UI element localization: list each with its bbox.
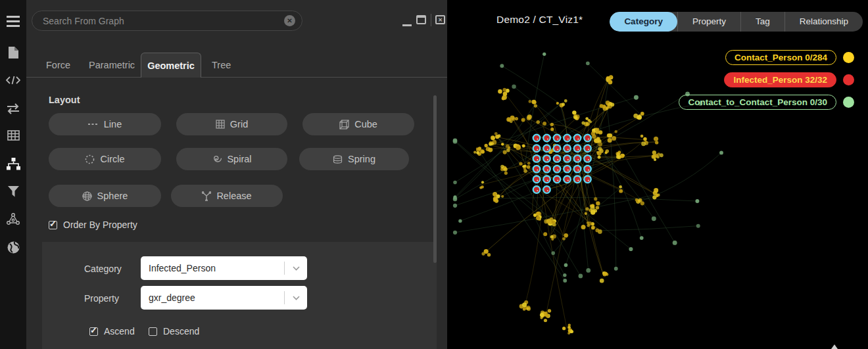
property-label: Property [84,293,119,304]
cube-icon [339,120,349,129]
table-icon[interactable] [0,124,26,147]
property-value: gxr_degree [149,292,284,303]
spiral-icon [212,154,222,164]
ascend-label: Ascend [104,326,135,337]
descend-checkbox[interactable]: Descend [149,326,199,337]
order-by-property-checkbox[interactable]: Order By Property [49,220,137,230]
hierarchy-icon[interactable] [0,152,26,175]
spring-icon [333,155,343,164]
grid-button[interactable]: Grid [176,113,287,135]
release-icon [202,191,211,201]
popout-icon[interactable]: ✕ [435,15,445,24]
cube-button[interactable]: Cube [302,113,414,135]
layout-tabs: Force Parametric Geometric Tree [26,53,447,78]
category-legend: Contact_Person 0/284 Infected_Person 32/… [679,50,854,110]
legend-row: Infected_Person 32/32 [724,72,854,87]
category-dropdown[interactable]: Infected_Person [141,256,307,280]
legend-mode-tabs: Category Property Tag Relationship [610,12,863,32]
transform-arrows-icon[interactable] [0,97,26,120]
tab-force[interactable]: Force [46,53,70,78]
minimize-icon[interactable] [402,24,412,26]
legend-pill-infected-person[interactable]: Infected_Person 32/32 [724,72,836,87]
legend-row: Contact_Person 0/284 [725,50,854,65]
icon-rail [0,0,26,349]
ascend-checkbox[interactable]: Ascend [89,326,135,337]
tab-category[interactable]: Category [610,12,677,32]
sphere-button[interactable]: Sphere [49,185,161,207]
circle-button[interactable]: Circle [49,148,161,170]
legend-color-dot[interactable] [843,52,854,63]
panel-scrollbar[interactable] [433,95,437,263]
tab-relationship[interactable]: Relationship [784,12,863,32]
sphere-icon [82,191,92,201]
filter-icon[interactable] [0,180,26,202]
property-dropdown[interactable]: gxr_degree [141,286,307,310]
menu-icon[interactable] [0,10,26,32]
graph-canvas[interactable]: Demo2 / CT_Viz1* Category Property Tag R… [447,0,868,349]
layout-panel: ✕ ✕ Force Parametric Geometric Tree Layo… [26,0,447,349]
legend-pill-contact-to-contact[interactable]: Contact_to_Contact_Person 0/30 [679,95,836,110]
spiral-button[interactable]: Spiral [176,148,287,170]
tab-tree[interactable]: Tree [212,53,231,78]
category-label: Category [84,264,122,274]
search-input[interactable] [43,16,284,26]
search-box: ✕ [32,11,302,31]
grid-icon [216,120,225,129]
graphxr-app: ✕ ✕ Force Parametric Geometric Tree Layo… [0,0,868,349]
restore-icon[interactable] [416,15,426,24]
chevron-down-icon[interactable] [285,296,307,300]
layout-heading: Layout [49,95,80,105]
code-icon[interactable] [0,69,26,91]
tab-property[interactable]: Property [677,12,740,32]
tab-parametric[interactable]: Parametric [89,53,135,78]
category-value: Infected_Person [149,263,284,273]
control-divider [431,14,431,26]
circle-icon [85,154,95,164]
legend-color-dot[interactable] [843,97,854,108]
chevron-down-icon[interactable] [285,266,307,271]
network-icon[interactable] [0,208,26,230]
release-button[interactable]: Release [171,185,283,207]
project-title[interactable]: Demo2 / CT_Viz1* [496,14,583,26]
tab-tag[interactable]: Tag [740,12,784,32]
line-icon [88,123,99,126]
checkbox-icon[interactable] [89,327,98,336]
clear-search-icon[interactable]: ✕ [284,15,295,26]
checkbox-icon[interactable] [149,327,157,336]
legend-row: Contact_to_Contact_Person 0/30 [679,95,854,110]
line-button[interactable]: Line [49,113,161,135]
legend-color-dot[interactable] [843,74,854,85]
descend-label: Descend [163,326,199,337]
order-settings-section: Category Infected_Person Property gxr_de… [42,242,437,349]
globe-icon[interactable] [0,236,26,258]
spring-button[interactable]: Spring [299,148,409,170]
tab-geometric[interactable]: Geometric [141,53,201,78]
legend-pill-contact-person[interactable]: Contact_Person 0/284 [725,50,836,65]
order-by-property-label: Order By Property [63,220,137,230]
tabs-divider [26,77,447,78]
file-icon[interactable] [0,41,26,64]
axis-widget[interactable] [831,344,838,349]
checkbox-icon[interactable] [49,221,57,229]
